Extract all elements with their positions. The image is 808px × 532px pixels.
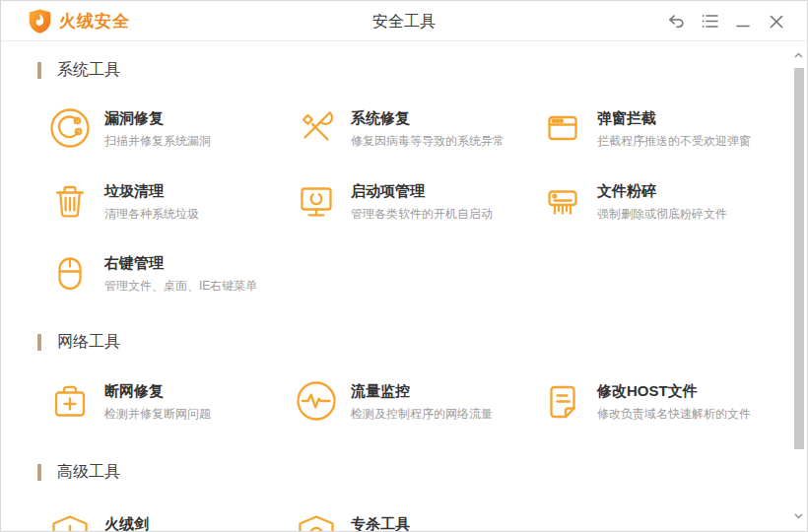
minimize-button[interactable] xyxy=(726,1,760,41)
tool-vulnerability-fix[interactable]: 漏洞修复 扫描并修复系统漏洞 xyxy=(48,106,291,156)
tool-subtitle: 修复因病毒等导致的系统异常 xyxy=(351,133,505,150)
tool-title: 文件粉碎 xyxy=(597,182,656,201)
shield-kill-icon xyxy=(295,512,338,532)
titlebar: 火绒安全 安全工具 xyxy=(1,1,807,41)
minimize-icon xyxy=(736,15,750,29)
section-header-network-tools: 网络工具 xyxy=(37,332,120,353)
tool-title: 启动项管理 xyxy=(351,182,425,201)
host-document-icon xyxy=(541,379,584,423)
menu-list-button[interactable] xyxy=(693,1,726,41)
vulnerability-scan-icon xyxy=(48,106,92,150)
first-aid-kit-icon xyxy=(48,379,92,423)
list-menu-icon xyxy=(702,14,718,29)
tool-junk-clean[interactable]: 垃圾清理 清理各种系统垃圾 xyxy=(48,179,291,229)
tool-subtitle: 管理各类软件的开机自启动 xyxy=(351,206,493,223)
tool-title: 修改HOST文件 xyxy=(597,382,698,401)
section-header-advanced-tools: 高级工具 xyxy=(37,462,120,483)
chevron-down-icon xyxy=(794,513,803,519)
section-marker xyxy=(37,62,41,79)
tool-subtitle: 强制删除或彻底粉碎文件 xyxy=(597,206,727,223)
chevron-up-icon xyxy=(794,52,803,58)
tool-subtitle: 检测及控制程序的网络流量 xyxy=(351,406,493,423)
vertical-scrollbar xyxy=(792,42,805,529)
mouse-icon xyxy=(48,251,92,295)
close-button[interactable] xyxy=(760,1,793,41)
repair-tools-icon xyxy=(295,106,338,150)
scrollbar-thumb[interactable] xyxy=(794,68,804,449)
tool-subtitle: 拦截程序推送的不受欢迎弹窗 xyxy=(597,133,751,150)
section-label: 系统工具 xyxy=(57,60,120,81)
tool-title: 右键管理 xyxy=(104,254,164,273)
monitor-startup-icon xyxy=(295,179,338,223)
traffic-pulse-icon xyxy=(295,379,338,423)
undo-arrow-icon xyxy=(667,13,685,30)
tool-subtitle: 扫描并修复系统漏洞 xyxy=(104,133,211,150)
section-label: 高级工具 xyxy=(57,462,120,483)
close-icon xyxy=(770,15,783,29)
tool-title: 断网修复 xyxy=(104,382,164,401)
tool-title: 垃圾清理 xyxy=(104,182,164,201)
section-marker xyxy=(37,334,41,351)
tool-subtitle: 清理各种系统垃圾 xyxy=(104,206,199,223)
huorong-security-tools-window: { "titlebar": { "logo_text": "火绒安全", "ti… xyxy=(0,0,808,532)
tool-subtitle: 修改负责域名快速解析的文件 xyxy=(597,406,751,423)
tool-modify-host-file[interactable]: 修改HOST文件 修改负责域名快速解析的文件 xyxy=(541,379,783,429)
back-undo-button[interactable] xyxy=(659,1,693,41)
tool-huorong-sword[interactable]: 火绒剑 xyxy=(48,512,291,532)
tool-file-shredder[interactable]: 文件粉碎 强制删除或彻底粉碎文件 xyxy=(541,179,783,229)
section-header-system-tools: 系统工具 xyxy=(37,60,120,81)
tool-subtitle: 管理文件、桌面、IE右键菜单 xyxy=(104,278,257,295)
shield-sword-icon xyxy=(48,512,92,532)
tool-title: 漏洞修复 xyxy=(104,109,164,128)
tool-popup-blocker[interactable]: 弹窗拦截 拦截程序推送的不受欢迎弹窗 xyxy=(541,106,783,156)
section-label: 网络工具 xyxy=(57,332,120,353)
tool-system-repair[interactable]: 系统修复 修复因病毒等导致的系统异常 xyxy=(295,106,537,156)
tool-startup-manager[interactable]: 启动项管理 管理各类软件的开机自启动 xyxy=(295,179,537,229)
tool-title: 流量监控 xyxy=(351,382,410,401)
scroll-down-button[interactable] xyxy=(792,509,805,523)
tool-title: 专杀工具 xyxy=(351,515,410,532)
trash-can-icon xyxy=(48,179,92,223)
scroll-up-button[interactable] xyxy=(792,48,805,62)
tool-title: 系统修复 xyxy=(351,109,410,128)
tool-subtitle: 检测并修复断网问题 xyxy=(104,406,211,423)
tool-title: 弹窗拦截 xyxy=(597,109,656,128)
tool-right-click-manager[interactable]: 右键管理 管理文件、桌面、IE右键菜单 xyxy=(48,251,291,300)
tool-traffic-monitor[interactable]: 流量监控 检测及控制程序的网络流量 xyxy=(295,379,537,429)
section-marker xyxy=(37,464,41,481)
window-controls xyxy=(659,1,793,41)
tool-network-repair[interactable]: 断网修复 检测并修复断网问题 xyxy=(48,379,291,429)
tool-specialized-killer[interactable]: 专杀工具 xyxy=(295,512,537,532)
tool-title: 火绒剑 xyxy=(104,515,149,532)
popup-window-icon xyxy=(541,106,584,150)
file-shredder-icon xyxy=(541,179,584,223)
